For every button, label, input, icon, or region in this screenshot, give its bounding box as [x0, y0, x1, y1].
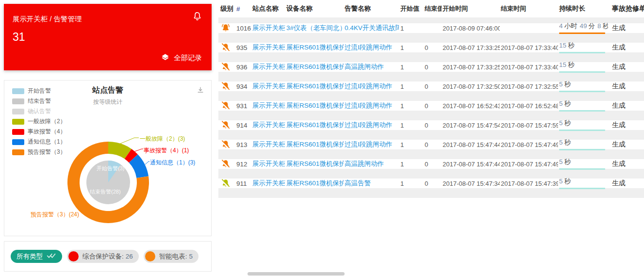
- legend-item-end-alarm[interactable]: 结束告警: [12, 97, 66, 105]
- table-row[interactable]: 914 展示开关柜 展柜RS601微机保护 过流I段跳闸动作 1 0 2017-…: [218, 120, 644, 140]
- legend-swatch: [12, 88, 24, 94]
- start-time: 2017-08-09 07:46:00: [442, 25, 500, 32]
- start-time: 2017-08-07 17:33:25: [442, 44, 500, 51]
- station-name-link[interactable]: 展示开关柜: [251, 24, 285, 32]
- device-name-link[interactable]: 展柜RS601微机保护: [285, 43, 344, 52]
- station-name-link[interactable]: 展示开关柜: [251, 82, 285, 91]
- generate-work-order-button[interactable]: 生成: [608, 121, 644, 130]
- end-time: 2017-08-07 15:47:39: [500, 180, 558, 187]
- bell-icon[interactable]: [192, 11, 203, 24]
- start-time: 2017-08-07 17:32:50: [442, 83, 500, 90]
- donut-chart[interactable]: [55, 129, 162, 236]
- device-name-link[interactable]: 展柜RS601微机保护: [285, 82, 344, 91]
- station-name-link[interactable]: 展示开关柜: [251, 121, 285, 130]
- generate-work-order-button[interactable]: 生成: [608, 140, 644, 149]
- station-alarm-chart-card: 站点告警 按等级统计 开始告警 结束告警 确认告警 一般故障（2） 事故报警（4…: [4, 80, 212, 236]
- start-time: 2017-08-07 16:52:43: [442, 102, 500, 110]
- alarm-id: 1016: [234, 25, 251, 32]
- end-time: 2017-08-07 17:32:55: [500, 83, 558, 90]
- alarm-name-link[interactable]: 高温跳闸动作: [344, 160, 399, 168]
- legend-item-begin-alarm[interactable]: 开始告警: [12, 87, 66, 95]
- duration-bar: [559, 110, 605, 112]
- end-time: 2017-08-07 17:33:40: [500, 64, 558, 71]
- end-time: 2017-08-07 15:47:49: [500, 161, 558, 168]
- col-start-value: 开始值: [399, 4, 423, 13]
- station-name-link[interactable]: 展示开关柜: [251, 179, 285, 188]
- table-row[interactable]: 913 展示开关柜 展柜RS601微机保护 过流I段跳闸动作 1 0 2017-…: [218, 140, 644, 159]
- start-time: 2017-08-07 15:47:54: [442, 122, 500, 129]
- device-name-link[interactable]: 展柜RS601微机保护: [285, 121, 344, 130]
- generate-work-order-button[interactable]: 生成: [608, 24, 644, 32]
- alarm-name-link[interactable]: 过流I段跳闸动作: [344, 121, 399, 130]
- duration-cell: 4小时49分8秒: [558, 23, 608, 34]
- donut-callout-general-fault: 一般故障（2）(3): [140, 135, 185, 143]
- table-row[interactable]: 911 展示开关柜 展柜RS601微机保护 高温告警 1 0 2017-08-0…: [218, 179, 644, 198]
- duration-cell: 5秒: [558, 120, 608, 131]
- alarm-id: 914: [234, 122, 251, 129]
- alarm-name-link[interactable]: 过流I段跳闸动作: [344, 43, 399, 52]
- legend-item-general-fault[interactable]: 一般故障（2）: [12, 117, 66, 126]
- table-row[interactable]: 934 展示开关柜 展柜RS601微机保护 过流I段跳闸动作 1 0 2017-…: [218, 81, 644, 101]
- col-end-value: 结束值: [423, 4, 442, 13]
- generate-work-order-button[interactable]: 生成: [608, 101, 644, 110]
- table-row[interactable]: 1016 展示开关柜 3#仪表（老车间北） 0.4KV开关通讯故障 1 2017…: [218, 23, 644, 43]
- station-name-link[interactable]: 展示开关柜: [251, 140, 285, 149]
- chip-count: 26: [126, 253, 133, 260]
- start-value: 1: [399, 44, 423, 51]
- start-time: 2017-08-07 15:47:34: [442, 180, 500, 187]
- red-dot-icon: [68, 251, 79, 261]
- alarm-name-link[interactable]: 过流I段跳闸动作: [344, 101, 399, 110]
- station-name-link[interactable]: 展示开关柜: [251, 63, 285, 71]
- alarm-name-link[interactable]: 过流I段跳闸动作: [344, 82, 399, 91]
- legend-item-ack-alarm[interactable]: 确认告警: [12, 107, 66, 115]
- alarm-name-link[interactable]: 高温告警: [344, 179, 399, 188]
- device-name-link[interactable]: 3#仪表（老车间北）: [285, 24, 344, 32]
- generate-work-order-button[interactable]: 生成: [608, 43, 644, 52]
- chip-protection-devices[interactable]: 综合保护设备: 26: [67, 250, 139, 263]
- station-name-link[interactable]: 展示开关柜: [251, 160, 285, 168]
- alarm-name-link[interactable]: 过流I段跳闸动作: [344, 140, 399, 149]
- duration-bar: [559, 149, 605, 150]
- all-records-button[interactable]: 全部记录: [161, 53, 202, 63]
- alarm-level-bell-icon: [218, 178, 234, 189]
- col-id: #: [234, 5, 251, 13]
- generate-work-order-button[interactable]: 生成: [608, 82, 644, 91]
- generate-work-order-button[interactable]: 生成: [608, 160, 644, 168]
- horizontal-scrollbar[interactable]: [248, 272, 345, 276]
- table-header: 级别 # 站点名称 设备名称 告警名称 开始值 结束值 开始时间 结束时间 持续…: [218, 0, 644, 23]
- col-work-order: 事故抢修单: [608, 4, 644, 13]
- end-value: 0: [423, 44, 442, 51]
- col-station: 站点名称: [251, 4, 285, 13]
- alarm-level-bell-icon: [218, 81, 234, 92]
- alarm-name-link[interactable]: 高温跳闸动作: [344, 63, 399, 71]
- device-name-link[interactable]: 展柜RS601微机保护: [285, 160, 344, 168]
- station-name-link[interactable]: 展示开关柜: [251, 101, 285, 110]
- device-name-link[interactable]: 展柜RS601微机保护: [285, 101, 344, 110]
- table-row[interactable]: 936 展示开关柜 展柜RS601微机保护 高温跳闸动作 1 0 2017-08…: [218, 62, 644, 81]
- breadcrumb: 展示开关柜 / 告警管理: [13, 11, 82, 24]
- start-value: 1: [399, 64, 423, 71]
- chip-all-types[interactable]: 所有类型: [11, 250, 62, 263]
- table-row[interactable]: 935 展示开关柜 展柜RS601微机保护 过流I段跳闸动作 1 0 2017-…: [218, 43, 644, 62]
- duration-cell: 5秒: [558, 100, 608, 112]
- alarm-dashboard: 展示开关柜 / 告警管理 31 全部记录 站点告警 按等级统计: [0, 0, 644, 276]
- generate-work-order-button[interactable]: 生成: [608, 179, 644, 188]
- device-name-link[interactable]: 展柜RS601微机保护: [285, 63, 344, 71]
- download-icon[interactable]: [196, 86, 205, 97]
- table-row[interactable]: 931 展示开关柜 展柜RS601微机保护 过流I段跳闸动作 1 0 2017-…: [218, 101, 644, 120]
- alarm-name-link[interactable]: 0.4KV开关通讯故障: [344, 24, 399, 32]
- alarm-id: 934: [234, 83, 251, 90]
- alarm-summary-card: 展示开关柜 / 告警管理 31 全部记录: [4, 4, 212, 70]
- device-name-link[interactable]: 展柜RS601微机保护: [285, 140, 344, 149]
- start-time: 2017-08-07 17:33:25: [442, 64, 500, 71]
- start-value: 1: [399, 122, 423, 129]
- donut-inner-label-begin: 开始告警(3): [97, 165, 124, 172]
- chip-smart-meters[interactable]: 智能电表: 5: [144, 250, 198, 263]
- layers-icon: [161, 53, 169, 63]
- alarm-id: 913: [234, 141, 251, 148]
- generate-work-order-button[interactable]: 生成: [608, 63, 644, 71]
- table-row[interactable]: 912 展示开关柜 展柜RS601微机保护 高温跳闸动作 1 0 2017-08…: [218, 159, 644, 179]
- station-name-link[interactable]: 展示开关柜: [251, 43, 285, 52]
- device-name-link[interactable]: 展柜RS601微机保护: [285, 179, 344, 188]
- orange-dot-icon: [145, 251, 155, 261]
